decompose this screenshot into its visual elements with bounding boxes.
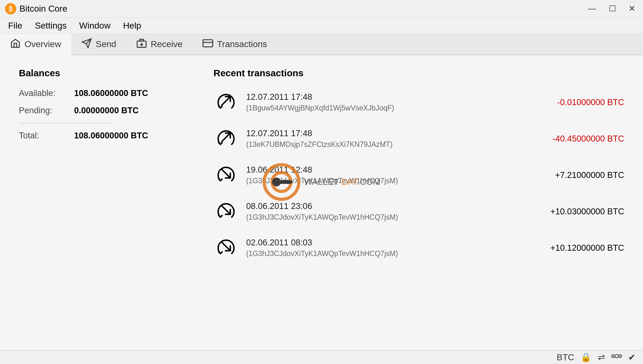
left-panel: Balances Available: 108.06000000 BTC Pen…	[19, 68, 195, 338]
balance-divider	[19, 123, 113, 123]
sync-icon: ⇌	[598, 352, 605, 362]
title-bar: ₿ Bitcoin Core — ☐ ✕	[0, 0, 643, 18]
tx-send-icon	[213, 126, 239, 151]
network-icon	[611, 352, 622, 363]
svg-point-13	[619, 356, 621, 357]
send-icon	[81, 38, 92, 51]
pending-label: Pending:	[19, 106, 69, 115]
tx-datetime: 12.07.2011 17:48	[246, 129, 516, 138]
tab-send[interactable]: Send	[71, 34, 126, 55]
lock-icon: 🔒	[581, 352, 592, 362]
tx-address: (1Bguw54AYWgjBNpXqfd1Wj5wVseXJbJoqF)	[246, 104, 516, 112]
tx-amount: -40.45000000 BTC	[524, 134, 624, 144]
app-icon: ₿	[5, 3, 16, 14]
tx-details: 08.06.2011 23:06 (1G3hJ3CJdovXiTyK1AWQpT…	[246, 201, 516, 222]
tab-overview-label: Overview	[24, 39, 61, 49]
tx-amount: -0.01000000 BTC	[524, 98, 624, 107]
tx-datetime: 12.07.2011 17:48	[246, 92, 516, 102]
svg-point-12	[613, 356, 614, 357]
tab-transactions[interactable]: Transactions	[192, 34, 277, 55]
tx-address: (1G3hJ3CJdovXiTyK1AWQpTevW1hHCQ7jsM)	[246, 177, 516, 185]
tx-amount: +7.21000000 BTC	[524, 170, 624, 180]
balance-available-row: Available: 108.06000000 BTC	[19, 88, 195, 98]
transactions-title: Recent transactions	[213, 68, 624, 78]
balance-pending-row: Pending: 0.00000000 BTC	[19, 106, 195, 115]
minimize-button[interactable]: —	[586, 3, 599, 15]
balances-title: Balances	[19, 68, 195, 78]
tx-amount: +10.03000000 BTC	[524, 207, 624, 217]
currency-label: BTC	[557, 352, 574, 362]
available-label: Available:	[19, 88, 69, 98]
tab-overview[interactable]: Overview	[0, 34, 71, 55]
tx-address: (13eK7UBMDsjp7sZFCtzsKsXi7KN79JAzMT)	[246, 140, 516, 149]
check-icon: ✔	[628, 352, 635, 362]
home-icon	[10, 38, 21, 51]
tx-datetime: 19.06.2011 12:48	[246, 165, 516, 175]
list-item: 08.06.2011 23:06 (1G3hJ3CJdovXiTyK1AWQpT…	[213, 199, 624, 224]
close-button[interactable]: ✕	[626, 3, 638, 15]
tx-receive-icon	[213, 235, 239, 260]
tx-address: (1G3hJ3CJdovXiTyK1AWQpTevW1hHCQ7jsM)	[246, 213, 516, 222]
tx-address: (1G3hJ3CJdovXiTyK1AWQpTevW1hHCQ7jsM)	[246, 249, 516, 258]
tab-receive-label: Receive	[151, 39, 182, 49]
list-item: 12.07.2011 17:48 (1Bguw54AYWgjBNpXqfd1Wj…	[213, 90, 624, 115]
app-title: Bitcoin Core	[19, 4, 68, 14]
list-item: 19.06.2011 12:48 (1G3hJ3CJdovXiTyK1AWQpT…	[213, 163, 624, 188]
tab-receive[interactable]: Receive	[126, 34, 192, 55]
tx-receive-icon	[213, 199, 239, 224]
available-value: 108.06000000 BTC	[74, 88, 148, 98]
tx-amount: +10.12000000 BTC	[524, 243, 624, 253]
svg-text:₿: ₿	[9, 5, 12, 12]
tab-transactions-label: Transactions	[217, 39, 267, 49]
window-controls: — ☐ ✕	[586, 3, 638, 15]
transactions-icon	[203, 38, 213, 51]
menu-settings[interactable]: Settings	[29, 18, 72, 33]
tab-send-label: Send	[96, 39, 116, 49]
status-bar: BTC 🔒 ⇌ ✔	[0, 350, 643, 364]
tx-send-icon	[213, 90, 239, 115]
tx-receive-icon	[213, 163, 239, 188]
right-panel: Recent transactions 12.07.2011 17:48 (1B…	[213, 68, 624, 338]
tx-details: 02.06.2011 08:03 (1G3hJ3CJdovXiTyK1AWQpT…	[246, 238, 516, 258]
menu-file[interactable]: File	[3, 18, 28, 33]
balance-total-row: Total: 108.06000000 BTC	[19, 131, 195, 141]
pending-value: 0.00000000 BTC	[74, 106, 139, 115]
menu-window[interactable]: Window	[73, 18, 116, 33]
tx-details: 19.06.2011 12:48 (1G3hJ3CJdovXiTyK1AWQpT…	[246, 165, 516, 185]
nav-tabs: Overview Send Receive Tran	[0, 34, 643, 55]
tx-datetime: 02.06.2011 08:03	[246, 238, 516, 248]
total-value: 108.06000000 BTC	[74, 131, 148, 141]
total-label: Total:	[19, 131, 69, 141]
receive-icon	[136, 38, 147, 51]
main-content: Balances Available: 108.06000000 BTC Pen…	[0, 55, 643, 350]
maximize-button[interactable]: ☐	[606, 3, 619, 15]
tx-datetime: 08.06.2011 23:06	[246, 201, 516, 211]
menu-help[interactable]: Help	[117, 18, 147, 33]
list-item: 02.06.2011 08:03 (1G3hJ3CJdovXiTyK1AWQpT…	[213, 235, 624, 260]
transaction-list: 12.07.2011 17:48 (1Bguw54AYWgjBNpXqfd1Wj…	[213, 90, 624, 260]
svg-rect-4	[203, 40, 213, 47]
list-item: 12.07.2011 17:48 (13eK7UBMDsjp7sZFCtzsKs…	[213, 126, 624, 151]
tx-details: 12.07.2011 17:48 (13eK7UBMDsjp7sZFCtzsKs…	[246, 129, 516, 149]
menu-bar: File Settings Window Help	[0, 18, 643, 34]
title-left: ₿ Bitcoin Core	[5, 3, 68, 14]
tx-details: 12.07.2011 17:48 (1Bguw54AYWgjBNpXqfd1Wj…	[246, 92, 516, 112]
